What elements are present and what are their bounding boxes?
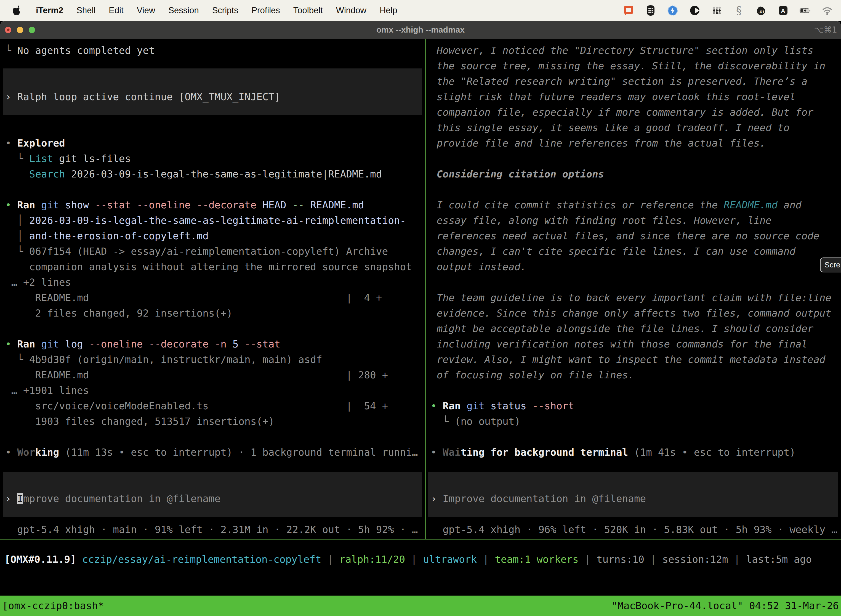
omx-status-segment: team:1 workers xyxy=(495,554,578,565)
apple-menu-icon[interactable] xyxy=(12,4,23,17)
tmux-pane-divider[interactable] xyxy=(425,39,426,540)
reasoning-line: evidence. Since this change only affects… xyxy=(431,305,831,321)
right-terminal-pane[interactable]: However, I noticed the "Directory Struct… xyxy=(426,39,841,539)
text-segment: git xyxy=(41,199,65,211)
blue-bolt-badge-icon[interactable] xyxy=(667,3,679,18)
text-segment: evidence. Since this change only affects… xyxy=(431,308,831,319)
explored-search-line: Search 2026-03-09-is-legal-the-same-as-l… xyxy=(5,166,382,182)
wifi-icon[interactable] xyxy=(821,3,833,18)
text-segment: the source tree, missing the essay. Stil… xyxy=(431,60,825,72)
omx-status-segment: | xyxy=(321,554,339,565)
reasoning-line: However, I noticed the "Directory Struct… xyxy=(431,43,813,58)
grid-shield-icon[interactable] xyxy=(645,3,657,18)
menu-bar-left: iTerm2 ShellEditViewSessionScriptsProfil… xyxy=(0,4,397,17)
text-segment: └ xyxy=(5,354,29,365)
text-segment: › xyxy=(431,493,442,504)
text-segment: references need actual files, and since … xyxy=(431,230,819,242)
text-segment: › xyxy=(5,91,17,103)
window-title: omx --xhigh --madmax xyxy=(0,21,841,39)
commit-line: └ 4b9d30f (origin/main, instructkr/main,… xyxy=(5,352,322,367)
text-segment: git xyxy=(467,400,491,412)
reasoning-line: the "Related research writing" section i… xyxy=(431,74,807,89)
omx-status-line: [OMX#0.11.9] cczip/essay/ai-reimplementa… xyxy=(4,552,812,567)
text-segment: review. Also, I might want to inspect th… xyxy=(431,354,825,365)
text-segment: this single essay, it seems like a good … xyxy=(431,122,790,133)
explored-header: • Explored xyxy=(5,135,65,151)
menu-item-toolbelt[interactable]: Toolbelt xyxy=(293,6,323,15)
menu-item-session[interactable]: Session xyxy=(168,6,199,15)
text-segment: No agents completed yet xyxy=(17,45,155,56)
input-source-a-icon[interactable]: A xyxy=(777,3,789,18)
text-segment: README.md xyxy=(724,199,778,211)
text-segment: └ xyxy=(431,416,455,427)
menu-item-iterm2[interactable]: iTerm2 xyxy=(36,6,63,15)
tmux-session-name: [omx-cczip0:bash* xyxy=(2,595,104,616)
reasoning-line: changes, I can't cite specific file line… xyxy=(431,244,796,259)
ran-git-show-line: • Ran git show --stat --oneline --decora… xyxy=(5,197,364,213)
text-segment: Ran xyxy=(442,400,467,412)
text-segment: king xyxy=(35,447,59,458)
menu-item-view[interactable]: View xyxy=(137,6,155,15)
text-segment: Considering citation options xyxy=(431,168,604,180)
badge-61-icon[interactable]: ..61 xyxy=(755,3,767,18)
text-segment: of focusing solely on file lines. xyxy=(431,369,634,381)
ran-git-status-line: • Ran git status --short xyxy=(431,398,574,414)
text-segment: │ xyxy=(5,215,29,226)
text-segment: might be acceptable alongside the file l… xyxy=(431,323,813,334)
text-segment: and-the-erosion-of-copyleft.md xyxy=(29,230,209,242)
text-segment: I could cite commit statistics or refere… xyxy=(431,199,724,211)
diffstat-summary: 2 files changed, 92 insertions(+) xyxy=(5,305,233,321)
text-segment: Ran xyxy=(17,338,41,350)
menu-item-shell[interactable]: Shell xyxy=(76,6,95,15)
text-segment: I xyxy=(17,493,23,504)
window-title-bar[interactable]: omx --xhigh --madmax ⌥⌘1 xyxy=(0,21,841,39)
reasoning-heading: Considering citation options xyxy=(431,166,604,182)
text-segment: --short xyxy=(532,400,574,412)
text-segment: show xyxy=(65,199,95,211)
text-segment: -- xyxy=(292,199,310,211)
reasoning-line: output instead. xyxy=(431,259,526,274)
menu-item-profiles[interactable]: Profiles xyxy=(251,6,280,15)
text-segment: output instead. xyxy=(431,261,526,273)
reasoning-line: companion file, especially if more comme… xyxy=(431,105,813,120)
text-segment: status xyxy=(491,400,533,412)
reasoning-line: I could cite commit statistics or refere… xyxy=(431,197,801,213)
prompt-input-line: › Improve documentation in @filename xyxy=(431,491,646,506)
text-segment: src/voice/voiceModeEnabled.ts | 54 + xyxy=(5,400,388,412)
ralph-loop-banner: › Ralph loop active continue [OMX_TMUX_I… xyxy=(5,89,280,105)
text-segment xyxy=(5,168,29,180)
reasoning-line: including verification notes with those … xyxy=(431,336,807,352)
tmux-status-bar: [omx-cczip0:bash* "MacBook-Pro-44.local"… xyxy=(0,595,841,616)
omx-status-segment: last:5m ago xyxy=(746,554,812,565)
hook-icon[interactable]: § xyxy=(733,3,745,18)
dots-grid-icon[interactable] xyxy=(711,3,723,18)
chat-badge-icon[interactable] xyxy=(623,3,634,18)
menu-item-edit[interactable]: Edit xyxy=(109,6,123,15)
text-segment: • xyxy=(5,338,17,350)
battery-icon[interactable] xyxy=(799,3,811,18)
omx-status-segment: turns:10 xyxy=(596,554,644,565)
waiting-status-line: • Waiting for background terminal (1m 41… xyxy=(431,444,796,460)
text-segment: Explored xyxy=(17,138,65,149)
menu-item-scripts[interactable]: Scripts xyxy=(212,6,238,15)
text-segment: (11m 13s • esc to interrupt) · 1 backgro… xyxy=(59,447,418,458)
elided-lines: … +1901 lines xyxy=(5,383,89,398)
text-segment: (no output) xyxy=(455,416,520,427)
diffstat-line: README.md | 4 + xyxy=(5,290,382,305)
text-segment: essay file, along with finding root file… xyxy=(431,215,771,226)
text-segment: gpt-5.4 xhigh · 96% left · 520K in · 5.8… xyxy=(431,524,837,535)
arg-wrap-line: │ and-the-erosion-of-copyleft.md xyxy=(5,228,209,244)
menu-item-help[interactable]: Help xyxy=(379,6,397,15)
text-segment: The team guideline is to back every impo… xyxy=(431,292,831,303)
menu-item-window[interactable]: Window xyxy=(336,6,366,15)
omx-status-segment: [OMX#0.11.9] xyxy=(4,554,82,565)
text-segment: gpt-5.4 xhigh · main · 91% left · 2.31M … xyxy=(5,524,418,535)
text-segment: slight risk that future readers may over… xyxy=(431,91,796,103)
left-terminal-pane[interactable]: └ No agents completed yet› Ralph loop ac… xyxy=(0,39,425,539)
text-segment: HEAD xyxy=(262,199,292,211)
notch-circle-icon[interactable] xyxy=(689,3,701,18)
edge-tooltip[interactable]: Scre xyxy=(820,258,841,273)
session-status-line: gpt-5.4 xhigh · main · 91% left · 2.31M … xyxy=(5,522,418,537)
macos-menu-bar: iTerm2 ShellEditViewSessionScriptsProfil… xyxy=(0,0,841,21)
text-segment: Ralph loop active continue [OMX_TMUX_INJ… xyxy=(17,91,280,103)
